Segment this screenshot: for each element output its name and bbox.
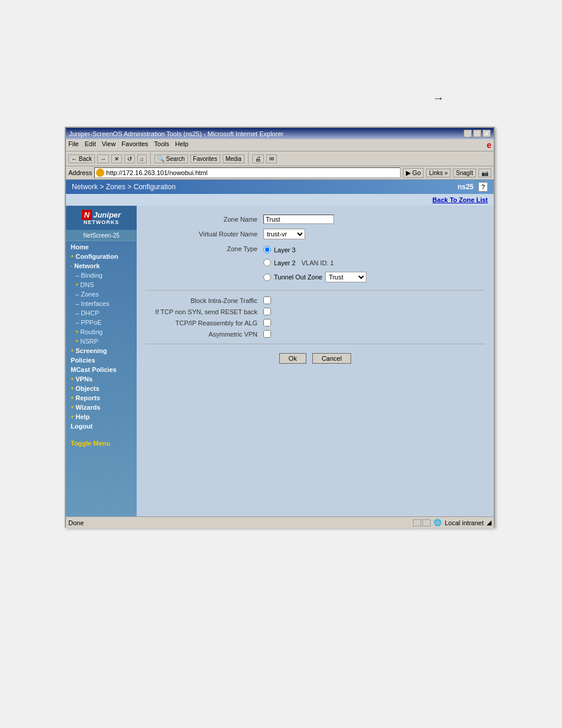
- expand-network-icon: -: [71, 263, 72, 269]
- sidebar-item-objects[interactable]: + Objects: [66, 384, 137, 393]
- menu-edit[interactable]: Edit: [85, 140, 96, 150]
- url-input[interactable]: [106, 169, 398, 176]
- maximize-button[interactable]: □: [473, 130, 481, 137]
- sidebar-nav: Home + Configuration - Network – Binding…: [66, 241, 137, 451]
- toggle-menu-button[interactable]: Toggle Menu: [66, 437, 137, 450]
- tcp-reassembly-label: TCP/IP Reassembly for ALG: [146, 319, 263, 327]
- menu-help[interactable]: Help: [175, 140, 189, 150]
- zone-type-layer3-radio[interactable]: [263, 246, 271, 253]
- logo-subtitle: NETWORKS: [82, 219, 121, 225]
- status-resize-icon: ◢: [487, 519, 491, 526]
- sidebar-item-dns[interactable]: + DNS: [66, 280, 137, 289]
- sidebar-item-dhcp[interactable]: – DHCP: [66, 308, 137, 318]
- asymmetric-vpn-checkbox[interactable]: [263, 330, 271, 338]
- home-button[interactable]: ⌂: [137, 154, 147, 163]
- sidebar-item-binding[interactable]: – Binding: [66, 271, 137, 280]
- mail-button[interactable]: ✉: [266, 154, 277, 163]
- refresh-button[interactable]: ↺: [124, 154, 135, 163]
- sidebar-item-network[interactable]: - Network: [66, 261, 137, 271]
- favorites-button[interactable]: Favorites: [190, 154, 220, 163]
- toolbar: ← Back → ✕ ↺ ⌂ 🔍 Search Favorites Media …: [66, 151, 494, 166]
- tcp-reassembly-row: TCP/IP Reassembly for ALG: [146, 319, 485, 327]
- button-row: Ok Cancel: [146, 353, 485, 364]
- media-button[interactable]: Media: [223, 154, 244, 163]
- block-intra-zone-checkbox[interactable]: [263, 297, 271, 304]
- sidebar-item-zones[interactable]: – Zones: [66, 289, 137, 299]
- help-button[interactable]: ?: [478, 182, 488, 192]
- expand-objects-icon: +: [71, 386, 74, 391]
- menu-tools[interactable]: Tools: [154, 140, 170, 150]
- page-icon: [96, 169, 104, 177]
- main-layout: NJuniper NETWORKS NetScreen-25 Home + Co…: [66, 206, 494, 516]
- tunnel-zone-select[interactable]: Trust Untrust: [325, 272, 366, 282]
- sidebar-item-configuration[interactable]: + Configuration: [66, 252, 137, 261]
- history-button[interactable]: 🖨: [252, 154, 264, 163]
- status-bar: Done 🌐 Local intranet ◢: [66, 516, 494, 528]
- address-label: Address: [68, 169, 92, 176]
- zone-name-input[interactable]: [263, 215, 334, 224]
- menu-bar: File Edit View Favorites Tools Help e: [66, 139, 494, 151]
- expand-screening-icon: +: [71, 348, 74, 354]
- back-to-zone-list-link[interactable]: Back To Zone List: [432, 196, 488, 203]
- status-zone-text: Local intranet: [445, 519, 484, 526]
- device-name: ns25: [458, 183, 474, 191]
- search-button[interactable]: 🔍 Search: [154, 154, 187, 163]
- divider-1: [146, 290, 485, 291]
- tcp-non-syn-row: If TCP non SYN, send RESET back: [146, 308, 485, 315]
- menu-file[interactable]: File: [68, 140, 79, 150]
- status-right: 🌐 Local intranet ◢: [413, 519, 491, 526]
- stop-button[interactable]: ✕: [111, 154, 122, 163]
- address-bar: Address ▶ Go Links » SnagIt 📷: [66, 166, 494, 180]
- back-button[interactable]: ← Back: [68, 154, 95, 163]
- sidebar-item-policies[interactable]: Policies: [66, 355, 137, 365]
- app-header: Network > Zones > Configuration ns25 ?: [66, 180, 494, 194]
- block-intra-zone-label: Block Intra-Zone Traffic: [146, 297, 263, 304]
- sidebar-item-pppoe[interactable]: – PPPoE: [66, 318, 137, 327]
- menu-view[interactable]: View: [102, 140, 116, 150]
- virtual-router-row: Virtual Router Name trust-vr untrust-vr: [146, 229, 485, 239]
- separator1: [150, 153, 151, 164]
- minimize-button[interactable]: _: [464, 130, 472, 137]
- browser-content: Network > Zones > Configuration ns25 ? B…: [66, 180, 494, 528]
- cancel-button[interactable]: Cancel: [312, 353, 351, 364]
- tcp-reassembly-checkbox[interactable]: [263, 319, 271, 327]
- status-zone-icon: 🌐: [434, 519, 442, 526]
- snagit-button[interactable]: SnagIt: [453, 169, 476, 177]
- zone-type-tunnel-radio[interactable]: [263, 274, 271, 281]
- snagit-extra-button[interactable]: 📷: [478, 169, 491, 177]
- sidebar-item-routing[interactable]: + Routing: [66, 327, 137, 337]
- sidebar-item-screening[interactable]: + Screening: [66, 346, 137, 355]
- title-bar-buttons: _ □ ✕: [464, 130, 491, 137]
- zone-type-layer2-radio[interactable]: [263, 259, 271, 266]
- sidebar-item-help[interactable]: + Help: [66, 412, 137, 421]
- virtual-router-select[interactable]: trust-vr untrust-vr: [263, 229, 305, 239]
- sidebar-item-mcast-policies[interactable]: MCast Policies: [66, 365, 137, 374]
- header-right: ns25 ?: [458, 182, 488, 192]
- zone-type-options: Layer 3 Layer 2 VLAN ID: 1 Tunnel Out Zo…: [263, 244, 366, 284]
- sidebar-item-home[interactable]: Home: [66, 242, 137, 252]
- sidebar-item-wizards[interactable]: + Wizards: [66, 403, 137, 412]
- sidebar-item-reports[interactable]: + Reports: [66, 393, 137, 403]
- sidebar-item-logout[interactable]: Logout: [66, 421, 137, 431]
- virtual-router-label: Virtual Router Name: [146, 230, 263, 238]
- sidebar-item-vpns[interactable]: + VPNs: [66, 374, 137, 384]
- sidebar-item-nsrp[interactable]: + NSRP: [66, 337, 137, 346]
- zone-type-tunnel-row: Tunnel Out Zone Trust Untrust: [263, 272, 366, 282]
- arrow-indicator: →: [432, 91, 444, 105]
- virtual-router-control: trust-vr untrust-vr: [263, 229, 305, 239]
- expand-routing-icon: +: [75, 329, 78, 335]
- links-button[interactable]: Links »: [426, 169, 451, 177]
- sidebar-item-interfaces[interactable]: – Interfaces: [66, 299, 137, 308]
- menu-favorites[interactable]: Favorites: [121, 140, 148, 150]
- vlan-id-label: VLAN ID: 1: [302, 259, 334, 266]
- go-button[interactable]: ▶ Go: [403, 168, 424, 178]
- expand-nsrp-icon: +: [75, 338, 78, 344]
- status-box-1: [413, 519, 421, 526]
- close-button[interactable]: ✕: [482, 130, 491, 137]
- sidebar-logo: NJuniper NETWORKS: [66, 206, 137, 230]
- tcp-non-syn-label: If TCP non SYN, send RESET back: [146, 308, 263, 315]
- forward-button[interactable]: →: [97, 154, 109, 163]
- tcp-non-syn-checkbox[interactable]: [263, 308, 271, 315]
- ok-button[interactable]: Ok: [279, 353, 306, 364]
- breadcrumb: Network > Zones > Configuration: [72, 183, 176, 191]
